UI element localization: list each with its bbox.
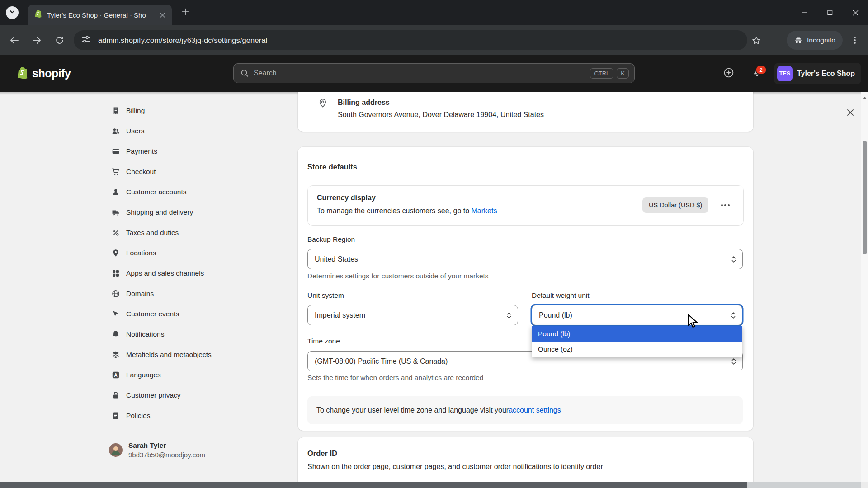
shopify-logo[interactable]: shopify — [16, 55, 71, 92]
currency-description-text: To manage the currencies customers see, … — [317, 207, 472, 215]
weight-unit-value: Pound (lb) — [539, 311, 572, 319]
account-settings-note: To change your user level time zone and … — [307, 396, 743, 424]
sidebar-item-domains[interactable]: Domains — [99, 283, 276, 304]
sidebar-item-locations[interactable]: Locations — [99, 243, 276, 263]
sidebar-item-languages[interactable]: ALanguages — [99, 365, 276, 385]
browser-menu-kebab-icon[interactable] — [849, 35, 860, 46]
time-zone-value: (GMT-08:00) Pacific Time (US & Canada) — [315, 357, 448, 366]
incognito-badge: Incognito — [787, 31, 843, 50]
vertical-scrollbar[interactable] — [861, 92, 868, 488]
chevron-down-icon — [9, 8, 16, 17]
user-email: 9bd37b50@moodjoy.com — [128, 450, 205, 460]
sidebar-item-users[interactable]: Users — [99, 121, 276, 141]
currency-badge: US Dollar (USD $) — [642, 197, 708, 213]
time-zone-label: Time zone — [307, 337, 340, 345]
shopify-admin-header: shopify Search CTRL K 2 TES Tyler's Eco … — [0, 55, 868, 92]
weight-unit-select[interactable]: Pound (lb) — [532, 305, 742, 325]
url-text: admin.shopify.com/store/jy63jq-dc/settin… — [98, 36, 267, 45]
browser-tab-strip: Tyler's Eco Shop · General · Sho — [0, 0, 868, 25]
plus-icon — [181, 7, 190, 18]
scroll-up-arrow-icon[interactable] — [863, 94, 867, 102]
shipping-icon — [111, 208, 120, 217]
select-caret-icon — [729, 255, 738, 266]
horizontal-scrollbar-thumb[interactable] — [0, 482, 747, 488]
unit-system-value: Imperial system — [315, 311, 365, 319]
sidebar-item-label: Payments — [126, 147, 157, 155]
sidebar-item-metafields[interactable]: Metafields and metaobjects — [99, 344, 276, 365]
search-icon — [240, 69, 249, 78]
horizontal-scrollbar[interactable] — [0, 482, 868, 488]
global-search-input[interactable]: Search CTRL K — [233, 63, 635, 83]
dropdown-option-ounce[interactable]: Ounce (oz) — [532, 342, 742, 357]
profile-chevron-button[interactable] — [6, 6, 19, 19]
bookmark-star-icon[interactable] — [751, 35, 762, 46]
select-caret-icon — [729, 311, 738, 322]
store-defaults-card: Store defaults Currency display To manag… — [298, 147, 753, 431]
sidebar-item-customer-accounts[interactable]: Customer accounts — [99, 182, 276, 202]
backup-region-value: United States — [315, 255, 358, 263]
settings-modal: Billing Users Payments Checkout Customer… — [0, 92, 868, 488]
close-icon — [845, 108, 855, 119]
reload-button[interactable] — [54, 35, 65, 46]
sidebar-item-billing[interactable]: Billing — [99, 100, 276, 121]
sidekick-button[interactable] — [722, 67, 736, 80]
markets-link[interactable]: Markets — [472, 207, 497, 215]
browser-tab[interactable]: Tyler's Eco Shop · General · Sho — [28, 5, 172, 25]
time-zone-help: Sets the time for when orders and analyt… — [307, 374, 483, 382]
billing-address-title: Billing address — [338, 99, 390, 107]
unit-system-label: Unit system — [307, 291, 344, 300]
sidebar-item-checkout[interactable]: Checkout — [99, 161, 276, 182]
shopify-wordmark: shopify — [32, 67, 71, 80]
window-minimize-button[interactable] — [792, 0, 817, 25]
sidebar-item-label: Checkout — [126, 168, 156, 176]
new-tab-button[interactable] — [179, 6, 192, 19]
sidebar-item-apps[interactable]: Apps and sales channels — [99, 263, 276, 283]
vertical-scrollbar-thumb[interactable] — [863, 141, 867, 254]
unit-system-select[interactable]: Imperial system — [307, 305, 518, 325]
dropdown-option-pound[interactable]: Pound (lb) — [532, 326, 742, 342]
sidebar-item-label: Taxes and duties — [126, 229, 179, 237]
sidekick-icon — [723, 67, 735, 80]
backup-region-label: Backup Region — [307, 235, 355, 244]
notifications-button[interactable]: 2 — [750, 67, 764, 80]
backup-region-select[interactable]: United States — [307, 249, 743, 269]
weight-unit-label: Default weight unit — [532, 291, 590, 300]
tab-title: Tyler's Eco Shop · General · Sho — [47, 11, 157, 19]
address-bar[interactable]: admin.shopify.com/store/jy63jq-dc/settin… — [74, 30, 747, 50]
select-caret-icon — [505, 311, 514, 322]
sidebar-item-shipping[interactable]: Shipping and delivery — [99, 202, 276, 222]
sidebar-item-customer-events[interactable]: Customer events — [99, 304, 276, 324]
window-maximize-button[interactable] — [817, 0, 843, 25]
sidebar-item-customer-privacy[interactable]: Customer privacy — [99, 385, 276, 405]
sidebar-item-policies[interactable]: Policies — [99, 405, 276, 426]
currency-display-description: To manage the currencies customers see, … — [317, 207, 497, 215]
sidebar-item-taxes[interactable]: Taxes and duties — [99, 222, 276, 243]
sidebar-item-label: Domains — [126, 290, 154, 298]
sidebar-item-notifications[interactable]: Notifications — [99, 324, 276, 344]
back-button[interactable] — [9, 35, 20, 46]
customer-events-icon — [111, 310, 120, 319]
forward-button[interactable] — [31, 35, 42, 46]
window-close-button[interactable] — [843, 0, 868, 25]
store-name: Tyler's Eco Shop — [797, 70, 855, 78]
sidebar-item-payments[interactable]: Payments — [99, 141, 276, 161]
currency-menu-kebab-icon[interactable] — [717, 197, 733, 213]
shopify-bag-icon — [16, 66, 28, 80]
incognito-icon — [794, 36, 803, 45]
weight-unit-dropdown: Pound (lb) Ounce (oz) — [532, 326, 742, 357]
account-settings-link[interactable]: account settings — [509, 406, 561, 414]
store-menu-button[interactable]: TES Tyler's Eco Shop — [774, 63, 861, 84]
sidebar-item-label: Customer accounts — [126, 188, 187, 196]
privacy-lock-icon — [111, 391, 120, 400]
currency-display-box: Currency display To manage the currencie… — [307, 185, 744, 226]
tab-close-icon[interactable] — [157, 10, 167, 20]
user-account-button[interactable]: Sarah Tyler 9bd37b50@moodjoy.com — [109, 438, 205, 462]
location-pin-icon — [318, 98, 328, 108]
metafields-icon — [111, 350, 120, 359]
billing-address-value: South Governors Avenue, Dover Delaware 1… — [338, 111, 544, 119]
user-avatar — [109, 443, 123, 457]
site-info-icon[interactable] — [81, 34, 91, 46]
customer-accounts-icon — [111, 188, 120, 197]
billing-address-card: Billing address South Governors Avenue, … — [298, 92, 753, 132]
settings-close-button[interactable] — [841, 104, 859, 122]
